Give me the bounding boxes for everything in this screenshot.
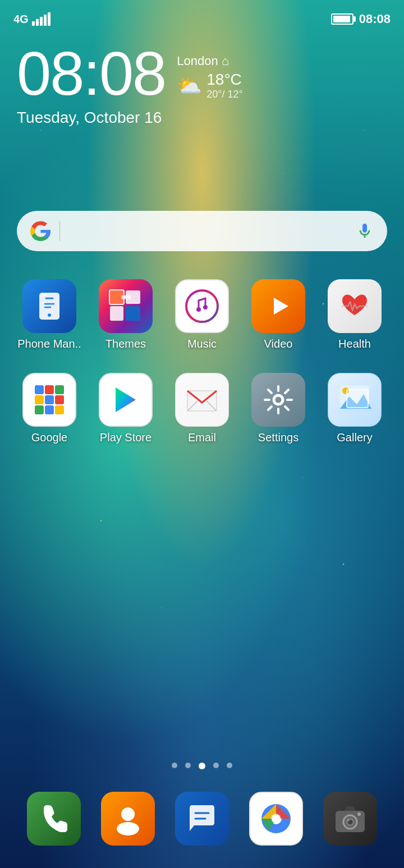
status-time: 08:08	[359, 12, 391, 26]
svg-line-31	[268, 390, 272, 393]
google-label: Google	[16, 431, 83, 444]
page-dots	[0, 751, 404, 781]
svg-rect-6	[126, 306, 140, 321]
svg-point-26	[274, 395, 283, 404]
music-svg	[185, 289, 219, 323]
settings-svg	[261, 383, 295, 417]
svg-point-11	[203, 305, 208, 310]
clock-time: 08:08	[17, 43, 166, 104]
signal-bar-5	[48, 12, 50, 26]
status-left: 4G	[13, 12, 50, 26]
settings-icon	[251, 373, 305, 427]
app-item-health[interactable]: Health	[321, 279, 388, 350]
phone-svg	[37, 802, 71, 835]
music-label: Music	[168, 338, 236, 350]
svg-line-33	[285, 390, 288, 393]
camera-dock-icon	[323, 792, 377, 846]
dot-0[interactable]	[172, 763, 177, 768]
svg-point-40	[121, 807, 135, 821]
svg-point-10	[196, 307, 201, 312]
battery-body	[331, 13, 354, 25]
video-svg	[261, 289, 295, 323]
svg-rect-15	[55, 385, 64, 394]
app-item-video[interactable]: Video	[245, 279, 312, 350]
svg-rect-14	[45, 385, 54, 394]
settings-label: Settings	[245, 431, 312, 444]
mic-icon[interactable]	[356, 222, 374, 240]
email-label: Email	[168, 431, 236, 444]
health-svg	[338, 289, 371, 323]
app-item-themes[interactable]: Themes	[92, 279, 159, 350]
svg-line-32	[285, 407, 288, 410]
google-icon	[22, 373, 76, 427]
app-item-play-store[interactable]: Play Store	[92, 373, 159, 444]
svg-rect-19	[35, 405, 44, 414]
themes-icon	[99, 279, 153, 333]
contacts-dock-icon	[101, 792, 155, 846]
clock-row: 08:08 London ⌂ ⛅ 18°C 20°/ 12°	[17, 43, 387, 104]
messages-svg	[185, 802, 219, 835]
svg-point-41	[117, 822, 139, 835]
video-label: Video	[245, 338, 312, 350]
dock-item-messages[interactable]	[168, 792, 236, 846]
battery-icon	[331, 13, 354, 25]
phone-manager-svg	[34, 290, 65, 322]
svg-rect-13	[35, 385, 44, 394]
svg-rect-18	[55, 395, 64, 404]
app-row-2: Google	[11, 367, 393, 450]
status-right: 08:08	[331, 12, 391, 26]
chrome-svg	[259, 802, 293, 835]
phone-manager-icon	[22, 279, 76, 333]
dock-item-chrome[interactable]	[242, 792, 310, 846]
status-bar: 4G 08:08	[0, 0, 404, 31]
dot-2[interactable]	[199, 763, 205, 769]
dot-3[interactable]	[213, 763, 219, 768]
app-item-settings[interactable]: Settings	[245, 373, 312, 444]
play-store-label: Play Store	[92, 431, 159, 444]
svg-point-51	[357, 812, 361, 816]
location: London ⌂	[177, 54, 242, 68]
dot-4[interactable]	[227, 763, 232, 768]
google-grid-svg	[33, 383, 66, 417]
svg-rect-8	[122, 296, 130, 298]
themes-svg	[109, 289, 143, 323]
messages-dock-icon	[175, 792, 229, 846]
signal-bars	[32, 12, 50, 26]
search-divider	[59, 221, 60, 241]
camera-svg	[333, 802, 367, 835]
svg-rect-5	[110, 306, 123, 321]
play-store-svg	[109, 383, 143, 417]
weather-area: ⛅ 18°C 20°/ 12°	[177, 71, 242, 100]
search-bar-container	[0, 200, 404, 262]
date-text: Tuesday, October 16	[17, 109, 387, 127]
dock-item-camera[interactable]	[316, 792, 384, 846]
dock	[0, 781, 404, 868]
themes-label: Themes	[92, 338, 159, 350]
app-item-music[interactable]: Music	[168, 279, 236, 350]
phone-manager-label: Phone Man..	[16, 338, 83, 350]
health-label: Health	[321, 338, 388, 350]
gallery-icon	[328, 373, 382, 427]
app-item-gallery[interactable]: Gallery	[321, 373, 388, 444]
signal-bar-4	[44, 15, 47, 26]
gallery-svg	[338, 383, 371, 417]
svg-marker-12	[274, 298, 288, 315]
app-item-email[interactable]: Email	[168, 373, 236, 444]
home-icon: ⌂	[222, 54, 229, 68]
svg-point-9	[186, 290, 218, 322]
email-svg	[185, 383, 219, 417]
signal-bar-1	[32, 21, 35, 26]
app-item-phone-manager[interactable]: Phone Man..	[16, 279, 83, 350]
music-icon	[175, 279, 229, 333]
dock-item-phone[interactable]	[20, 792, 88, 846]
svg-point-52	[347, 819, 350, 821]
weather-range: 20°/ 12°	[206, 89, 242, 100]
dot-1[interactable]	[185, 763, 191, 768]
svg-line-34	[268, 407, 272, 410]
dock-item-contacts[interactable]	[94, 792, 162, 846]
google-logo	[30, 221, 50, 241]
app-item-google[interactable]: Google	[16, 373, 83, 444]
contacts-svg	[111, 802, 145, 835]
svg-point-46	[272, 814, 281, 823]
search-bar[interactable]	[17, 211, 387, 251]
